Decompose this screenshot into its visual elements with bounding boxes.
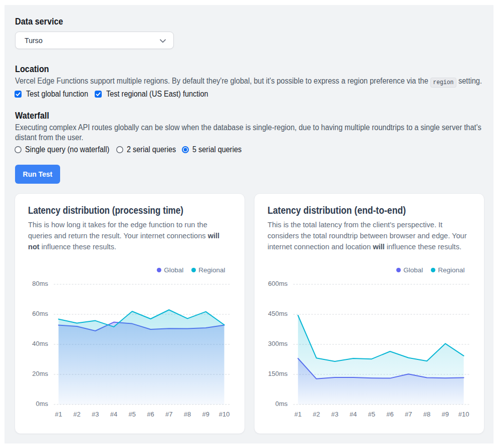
svg-text:#4: #4 [110, 410, 117, 418]
svg-text:600ms: 600ms [268, 280, 288, 287]
svg-text:#1: #1 [55, 410, 62, 418]
svg-text:#9: #9 [441, 410, 448, 418]
svg-text:60ms: 60ms [32, 310, 48, 317]
svg-text:#8: #8 [183, 410, 190, 418]
svg-text:20ms: 20ms [32, 370, 48, 377]
svg-text:#2: #2 [313, 410, 320, 418]
svg-text:#9: #9 [202, 410, 209, 418]
svg-text:#5: #5 [128, 410, 135, 418]
svg-text:40ms: 40ms [32, 340, 48, 347]
svg-text:0ms: 0ms [275, 400, 288, 407]
svg-text:#8: #8 [423, 410, 430, 418]
svg-text:#10: #10 [218, 410, 229, 418]
svg-text:150ms: 150ms [268, 370, 288, 377]
svg-text:300ms: 300ms [268, 340, 288, 347]
svg-text:#2: #2 [73, 410, 80, 418]
svg-text:#3: #3 [92, 410, 99, 418]
svg-text:#10: #10 [458, 410, 469, 418]
svg-text:#7: #7 [165, 410, 172, 418]
svg-text:#1: #1 [294, 410, 301, 418]
svg-text:#6: #6 [147, 410, 154, 418]
svg-text:450ms: 450ms [268, 310, 288, 317]
svg-text:80ms: 80ms [32, 280, 48, 287]
svg-text:#3: #3 [331, 410, 338, 418]
svg-text:#7: #7 [405, 410, 412, 418]
svg-text:#5: #5 [368, 410, 375, 418]
svg-text:0ms: 0ms [36, 400, 48, 407]
svg-text:#4: #4 [349, 410, 356, 418]
svg-text:#6: #6 [386, 410, 393, 418]
